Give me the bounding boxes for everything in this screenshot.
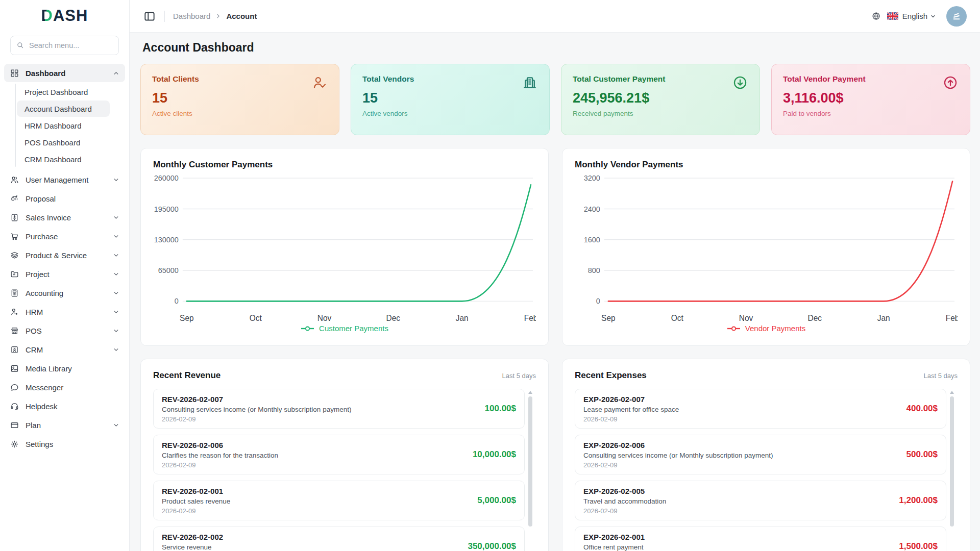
x-axis-label: Dec bbox=[808, 314, 822, 322]
x-axis-label: Dec bbox=[386, 314, 401, 322]
sidebar-item-messenger[interactable]: Messenger bbox=[4, 378, 125, 396]
list-item-exp-2026-02-001[interactable]: EXP-2026-02-001Office rent payment2026-0… bbox=[575, 527, 946, 551]
id-card-icon bbox=[10, 345, 19, 355]
scroll-up-arrow[interactable] bbox=[528, 391, 532, 394]
sidebar-item-accounting[interactable]: Accounting bbox=[4, 284, 125, 302]
x-axis-label: Feb bbox=[946, 314, 958, 322]
scroll-up-arrow[interactable] bbox=[950, 391, 954, 394]
sidebar-toggle-button[interactable] bbox=[143, 10, 156, 23]
sidebar-item-hrm[interactable]: HRM bbox=[4, 303, 125, 321]
chevron-down-icon bbox=[113, 290, 119, 296]
scrollbar[interactable] bbox=[528, 391, 533, 551]
stat-subtitle: Active clients bbox=[152, 110, 328, 117]
list-item-rev-2026-02-001[interactable]: REV-2026-02-001Product sales revenue2026… bbox=[153, 481, 525, 520]
credit-card-icon bbox=[10, 420, 19, 430]
sidebar-item-product-service[interactable]: Product & Service bbox=[4, 246, 125, 264]
stat-subtitle: Received payments bbox=[573, 110, 748, 117]
list-item-description: Travel and accommodation bbox=[583, 497, 892, 505]
chart-card-monthly-vendor-payments: Monthly Vendor Payments0800160024003200S… bbox=[562, 148, 970, 346]
sidebar-item-project-dashboard[interactable]: Project Dashboard bbox=[17, 84, 110, 100]
sidebar-item-label: Product & Service bbox=[26, 251, 87, 260]
list-item-code: EXP-2026-02-005 bbox=[583, 487, 892, 495]
breadcrumb-dashboard[interactable]: Dashboard bbox=[173, 12, 210, 20]
y-axis-tick: 130000 bbox=[154, 236, 179, 244]
sidebar-item-label: Plan bbox=[26, 421, 41, 430]
chevron-down-icon bbox=[113, 177, 119, 183]
sidebar-item-plan[interactable]: Plan bbox=[4, 416, 125, 434]
list-item-text: REV-2026-02-001Product sales revenue2026… bbox=[162, 487, 470, 515]
sidebar-item-crm[interactable]: CRM bbox=[4, 340, 125, 359]
series-line bbox=[608, 181, 952, 301]
list-item-rev-2026-02-002[interactable]: REV-2026-02-002Service revenue2026-02-09… bbox=[153, 527, 525, 551]
sidebar-item-label: User Management bbox=[26, 176, 88, 184]
cart-icon bbox=[10, 232, 19, 241]
sidebar-item-media-library[interactable]: Media Library bbox=[4, 359, 125, 378]
person-badge-icon bbox=[10, 307, 19, 317]
stat-title: Total Clients bbox=[152, 74, 328, 84]
legend-item-vendor-payments[interactable]: Vendor Payments bbox=[575, 324, 958, 333]
language-selector[interactable]: English bbox=[902, 12, 927, 20]
sidebar-submenu: Project DashboardAccount DashboardHRM Da… bbox=[0, 83, 129, 170]
y-axis-tick: 0 bbox=[175, 297, 179, 305]
series-line bbox=[187, 185, 531, 301]
scroll-thumb[interactable] bbox=[528, 396, 532, 527]
chart-card-monthly-customer-payments: Monthly Customer Payments065000130000195… bbox=[140, 148, 549, 346]
list-item-rev-2026-02-006[interactable]: REV-2026-02-006Clarifies the reason for … bbox=[153, 435, 525, 474]
list-items: EXP-2026-02-007Lease payment for office … bbox=[575, 389, 958, 551]
list-item-rev-2026-02-007[interactable]: REV-2026-02-007Consulting services incom… bbox=[153, 389, 525, 429]
sidebar-item-pos[interactable]: POS bbox=[4, 321, 125, 340]
sidebar-item-project[interactable]: Project bbox=[4, 265, 125, 283]
list-item-exp-2026-02-005[interactable]: EXP-2026-02-005Travel and accommodation2… bbox=[575, 481, 946, 520]
globe-icon[interactable] bbox=[871, 11, 881, 21]
sidebar-item-account-dashboard[interactable]: Account Dashboard bbox=[17, 101, 110, 117]
list-card-recent-expenses: Recent ExpensesLast 5 daysEXP-2026-02-00… bbox=[562, 359, 970, 551]
scroll-thumb[interactable] bbox=[950, 396, 954, 527]
scrollbar[interactable] bbox=[949, 391, 954, 551]
calculator-icon bbox=[10, 288, 19, 298]
stat-value: 15 bbox=[362, 90, 538, 106]
list-item-text: REV-2026-02-007Consulting services incom… bbox=[162, 395, 478, 423]
sidebar-subitem-label: Account Dashboard bbox=[24, 105, 92, 113]
list-card-recent-revenue: Recent RevenueLast 5 daysREV-2026-02-007… bbox=[140, 359, 549, 551]
list-item-description: Lease payment for office space bbox=[583, 406, 899, 413]
search-input[interactable] bbox=[10, 36, 119, 55]
chevron-up-icon bbox=[113, 70, 119, 77]
stat-title: Total Vendors bbox=[362, 74, 538, 84]
company-logo-icon bbox=[950, 10, 963, 22]
list-item-amount: 1,500.00$ bbox=[899, 541, 938, 551]
sidebar-item-pos-dashboard[interactable]: POS Dashboard bbox=[17, 134, 110, 151]
list-item-exp-2026-02-007[interactable]: EXP-2026-02-007Lease payment for office … bbox=[575, 389, 946, 429]
list-title: Recent Expenses bbox=[575, 370, 647, 381]
sidebar: DASH DashboardProject DashboardAccount D… bbox=[0, 0, 130, 551]
chevron-down-icon bbox=[113, 309, 119, 315]
list-item-amount: 350,000.00$ bbox=[468, 541, 516, 551]
user-check-icon bbox=[311, 74, 328, 91]
uk-flag-icon[interactable] bbox=[887, 12, 898, 20]
x-axis-label: Sep bbox=[601, 314, 616, 322]
list-period: Last 5 days bbox=[924, 372, 958, 380]
list-item-description: Consulting services income (or Monthly s… bbox=[162, 406, 478, 413]
app-root: DASH DashboardProject DashboardAccount D… bbox=[0, 0, 980, 551]
sidebar-subitem-label: HRM Dashboard bbox=[24, 121, 82, 130]
sidebar-item-helpdesk[interactable]: Helpdesk bbox=[4, 397, 125, 415]
sidebar-item-user-management[interactable]: User Management bbox=[4, 170, 125, 189]
sidebar-item-purchase[interactable]: Purchase bbox=[4, 227, 125, 245]
user-avatar[interactable] bbox=[946, 6, 967, 27]
sidebar-item-settings[interactable]: Settings bbox=[4, 435, 125, 453]
sidebar-item-sales-invoice[interactable]: Sales Invoice bbox=[4, 208, 125, 227]
topbar: Dashboard Account English bbox=[130, 0, 980, 33]
list-header: Recent ExpensesLast 5 days bbox=[575, 370, 958, 381]
legend-item-customer-payments[interactable]: Customer Payments bbox=[153, 324, 536, 333]
list-item-date: 2026-02-09 bbox=[162, 461, 465, 469]
sidebar-item-dashboard[interactable]: Dashboard bbox=[4, 64, 125, 82]
y-axis-tick: 0 bbox=[596, 297, 600, 305]
list-item-date: 2026-02-09 bbox=[162, 507, 470, 515]
chevron-down-icon[interactable] bbox=[930, 13, 936, 19]
sidebar-item-crm-dashboard[interactable]: CRM Dashboard bbox=[17, 151, 110, 167]
y-axis-tick: 195000 bbox=[154, 205, 179, 213]
stat-card-total-customer-payment: Total Customer Payment245,956.21$Receive… bbox=[561, 64, 760, 135]
sidebar-item-proposal[interactable]: Proposal bbox=[4, 189, 125, 208]
sidebar-item-hrm-dashboard[interactable]: HRM Dashboard bbox=[17, 117, 110, 134]
list-item-exp-2026-02-006[interactable]: EXP-2026-02-006Consulting services incom… bbox=[575, 435, 946, 474]
legend-marker-icon bbox=[301, 325, 314, 332]
